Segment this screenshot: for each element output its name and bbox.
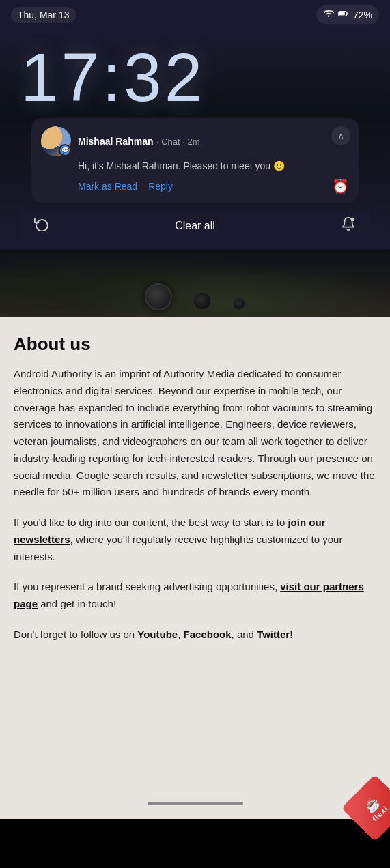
notif-sender: Mishaal Rahman xyxy=(78,136,153,147)
article-body-2: If you'd like to dig into our content, t… xyxy=(14,515,376,565)
youtube-link[interactable]: Youtube xyxy=(137,628,178,640)
camera-lens-tertiary xyxy=(232,297,246,310)
clock-time: 17:32 xyxy=(20,43,370,111)
status-bar: Thu, Mar 13 72% xyxy=(0,0,390,29)
notif-expand-button[interactable]: ∧ xyxy=(331,126,350,145)
reply-button[interactable]: Reply xyxy=(148,178,173,194)
mark-as-read-button[interactable]: Mark as Read xyxy=(78,178,137,194)
camera-lens-secondary xyxy=(193,291,212,310)
history-icon xyxy=(34,216,49,235)
notif-footer-bar: Clear all xyxy=(20,209,370,242)
article-body-4: Don't forget to follow us on Youtube, Fa… xyxy=(14,626,376,643)
home-indicator-bar[interactable] xyxy=(148,802,243,805)
status-right: 72% xyxy=(316,5,379,24)
bell-settings-button[interactable] xyxy=(341,216,356,235)
phone-photo-inner xyxy=(0,249,390,317)
chat-icon: 💬 xyxy=(61,147,69,154)
avatar-container: 💬 xyxy=(41,126,71,156)
clock-area: 17:32 💬 Mishaal Rahman · Chat · 2m ∧ xyxy=(0,29,390,249)
camera-lens-main xyxy=(145,283,172,310)
phone-photo xyxy=(0,249,390,317)
article-section: About us Android Authority is an imprint… xyxy=(0,317,390,795)
status-date: Thu, Mar 13 xyxy=(11,7,76,23)
home-indicator-area xyxy=(0,795,390,819)
wifi-icon xyxy=(323,8,334,21)
article-body-1: Android Authority is an imprint of Autho… xyxy=(14,366,376,501)
notif-meta: · Chat · 2m xyxy=(156,136,200,147)
twitter-link[interactable]: Twitter xyxy=(257,628,290,640)
chat-badge: 💬 xyxy=(59,144,71,156)
chevron-up-icon: ∧ xyxy=(337,130,344,141)
battery-percentage: 72% xyxy=(353,10,372,20)
notification-card: 💬 Mishaal Rahman · Chat · 2m ∧ Hi, it's … xyxy=(31,118,359,203)
article-title: About us xyxy=(14,334,376,355)
facebook-link[interactable]: Facebook xyxy=(184,628,232,640)
notif-actions: Mark as Read Reply ⏰ xyxy=(78,178,349,194)
clear-all-button[interactable]: Clear all xyxy=(175,220,215,232)
battery-icon xyxy=(338,8,349,21)
notif-header: 💬 Mishaal Rahman · Chat · 2m ∧ xyxy=(41,126,349,156)
bell-settings-icon xyxy=(341,216,356,235)
svg-rect-1 xyxy=(339,12,345,16)
article-body-3: If you represent a brand seeking adverti… xyxy=(14,579,376,613)
svg-point-2 xyxy=(351,218,355,222)
snooze-button[interactable]: ⏰ xyxy=(332,178,349,194)
notif-title-area: Mishaal Rahman · Chat · 2m xyxy=(78,135,349,147)
history-button[interactable] xyxy=(34,216,49,235)
notif-message: Hi, it's Mishaal Rahman. Pleased to meet… xyxy=(78,160,349,171)
